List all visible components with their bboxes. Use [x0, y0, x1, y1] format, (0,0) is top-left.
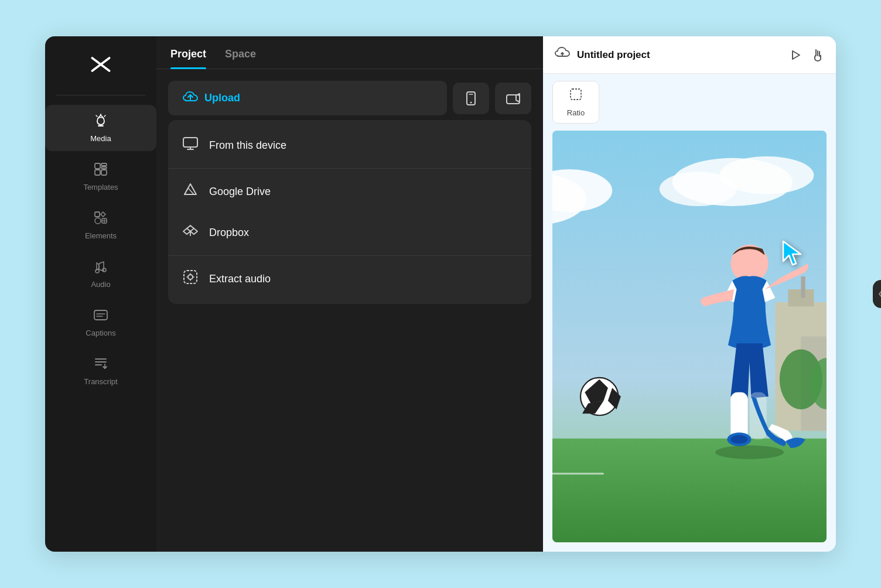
svg-rect-21 — [507, 95, 520, 104]
dropdown-item-google-drive-label: Google Drive — [209, 186, 271, 198]
app-logo — [87, 50, 115, 78]
mobile-upload-button[interactable] — [453, 83, 489, 114]
cloud-save-icon — [555, 46, 570, 64]
dropdown-divider-1 — [168, 168, 531, 169]
svg-rect-5 — [95, 212, 100, 217]
svg-rect-2 — [101, 167, 107, 169]
svg-rect-68 — [750, 392, 767, 440]
sidebar-item-templates-label: Templates — [83, 183, 118, 192]
svg-rect-0 — [95, 163, 100, 169]
sidebar-item-elements-label: Elements — [85, 231, 117, 240]
transcript-icon — [93, 356, 108, 374]
svg-rect-23 — [183, 138, 197, 147]
dropbox-icon — [182, 223, 199, 242]
hand-tool-button[interactable] — [811, 49, 824, 61]
svg-rect-3 — [95, 170, 100, 175]
ratio-bar: Ratio — [543, 74, 836, 131]
templates-icon — [93, 162, 108, 179]
sidebar-item-audio-label: Audio — [91, 280, 110, 289]
upload-cloud-icon — [182, 89, 199, 107]
svg-point-20 — [470, 101, 472, 103]
dropdown-divider-2 — [168, 255, 531, 256]
dropdown-item-dropbox[interactable]: Dropbox — [168, 212, 531, 253]
svg-rect-27 — [184, 271, 197, 283]
svg-point-10 — [103, 268, 106, 272]
dropdown-item-google-drive[interactable]: Google Drive — [168, 171, 531, 212]
svg-rect-1 — [101, 163, 107, 166]
dropdown-item-extract-audio-label: Extract audio — [209, 273, 271, 285]
tab-project[interactable]: Project — [170, 48, 206, 69]
play-button[interactable] — [789, 49, 802, 61]
preview-title: Untitled project — [577, 49, 782, 61]
sidebar-item-elements[interactable]: Elements — [45, 202, 156, 248]
svg-point-28 — [188, 275, 193, 279]
preview-header-actions — [789, 49, 824, 61]
camera-upload-button[interactable] — [495, 83, 531, 114]
sidebar-item-captions-label: Captions — [86, 329, 115, 337]
audio-icon — [93, 259, 108, 276]
elements-icon — [93, 210, 108, 228]
upload-button-label: Upload — [204, 92, 240, 104]
upload-row: Upload — [168, 81, 531, 115]
preview-header: Untitled project — [543, 36, 836, 74]
svg-rect-67 — [730, 392, 747, 440]
dropdown-item-extract-audio[interactable]: Extract audio — [168, 258, 531, 299]
app-container: Media Templates — [45, 36, 836, 552]
svg-rect-11 — [94, 310, 107, 320]
ratio-button[interactable]: Ratio — [552, 81, 599, 124]
dropdown-item-from-device[interactable]: From this device — [168, 125, 531, 166]
sidebar-item-media-label: Media — [90, 134, 111, 143]
svg-marker-22 — [516, 94, 520, 102]
svg-rect-62 — [552, 439, 827, 542]
google-drive-icon — [182, 182, 199, 201]
svg-point-71 — [715, 446, 784, 459]
media-icon — [93, 113, 108, 131]
sidebar-item-templates[interactable]: Templates — [45, 153, 156, 200]
svg-rect-4 — [101, 170, 107, 175]
upload-dropdown: From this device Google Drive — [168, 120, 531, 304]
sidebar-item-captions[interactable]: Captions — [45, 299, 156, 346]
ratio-icon — [569, 87, 583, 105]
extract-audio-icon — [182, 269, 199, 289]
svg-point-70 — [730, 435, 747, 444]
svg-point-41 — [660, 172, 737, 206]
dropdown-item-from-device-label: From this device — [209, 139, 286, 152]
tab-space[interactable]: Space — [225, 48, 256, 69]
sidebar-item-media[interactable]: Media — [45, 105, 156, 151]
upload-area: Upload — [156, 69, 543, 115]
sidebar-item-transcript[interactable]: Transcript — [45, 348, 156, 394]
soccer-preview-image — [552, 131, 827, 542]
tabs-bar: Project Space — [156, 36, 543, 69]
upload-button[interactable]: Upload — [168, 81, 447, 115]
dropdown-item-dropbox-label: Dropbox — [209, 227, 249, 239]
sidebar-item-audio[interactable]: Audio — [45, 251, 156, 297]
sidebar-item-transcript-label: Transcript — [84, 377, 117, 386]
ratio-label: Ratio — [567, 108, 585, 117]
captions-icon — [93, 307, 108, 325]
sidebar-divider — [56, 95, 145, 95]
preview-panel: Untitled project — [543, 36, 836, 552]
main-panel: Project Space Upload — [156, 36, 543, 552]
svg-rect-34 — [571, 89, 581, 100]
sidebar: Media Templates — [45, 36, 156, 552]
monitor-icon — [182, 135, 199, 155]
svg-rect-56 — [801, 276, 805, 298]
